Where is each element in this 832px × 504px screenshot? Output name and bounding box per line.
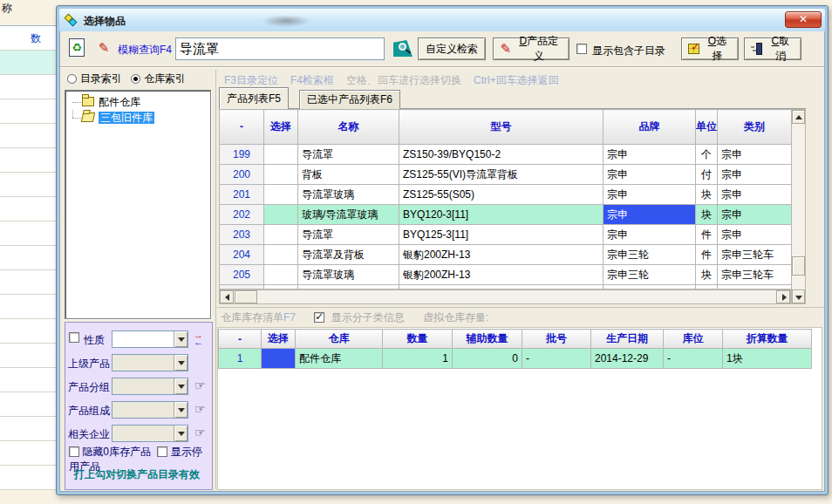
row-number[interactable]: 200 [220, 165, 264, 185]
pointing-hand-icon[interactable]: ☞ [194, 378, 206, 392]
category-cell[interactable]: 宗申 [718, 145, 792, 165]
model-cell[interactable]: BYQ125-3[11] [399, 225, 604, 245]
select-cell[interactable] [264, 245, 298, 265]
aux-quantity-cell[interactable]: 0 [453, 349, 522, 369]
product-composition-combo[interactable] [112, 401, 188, 419]
production-date-cell[interactable]: 2014-12-29 [591, 349, 664, 369]
row-number[interactable]: 199 [220, 145, 264, 165]
name-cell[interactable]: 导流罩玻璃 [298, 185, 399, 205]
row-number[interactable]: 201 [220, 185, 264, 205]
related-company-combo[interactable] [112, 425, 188, 442]
unit-cell[interactable]: 件 [696, 225, 718, 245]
vertical-scroll-thumb[interactable] [792, 256, 805, 276]
batch-cell[interactable]: - [522, 349, 591, 369]
chevron-down-icon[interactable] [174, 402, 188, 418]
horizontal-scroll-thumb[interactable] [235, 290, 257, 303]
show-subclass-checkbox[interactable] [314, 312, 324, 323]
model-cell[interactable]: 银豹200ZH-13 [399, 245, 604, 265]
name-cell[interactable]: 导流罩玻璃 [298, 265, 399, 285]
unit-cell[interactable]: 件 [696, 245, 718, 265]
catalog-index-radio[interactable] [67, 74, 77, 84]
row-number[interactable]: 203 [220, 225, 264, 245]
row-number[interactable]: 1 [219, 349, 262, 369]
category-cell[interactable]: 宗申 [718, 205, 792, 225]
tree-item-parts-warehouse[interactable]: 配件仓库 [67, 94, 208, 110]
vertical-scrollbar[interactable] [791, 109, 806, 304]
section-splitter[interactable] [217, 307, 824, 309]
row-number[interactable]: 204 [220, 245, 264, 265]
search-input[interactable] [175, 37, 385, 60]
name-cell[interactable]: 导流罩及背板 [298, 245, 399, 265]
select-cell[interactable] [264, 265, 298, 285]
select-cell[interactable] [264, 225, 298, 245]
select-cell[interactable] [264, 185, 298, 205]
select-cell-focused[interactable] [262, 349, 296, 369]
category-cell[interactable]: 宗申 [718, 185, 792, 205]
nature-combo[interactable] [112, 330, 188, 348]
scroll-left-icon[interactable] [220, 290, 234, 303]
quantity-cell[interactable]: 1 [383, 349, 453, 369]
title-bar[interactable]: 选择物品 ✕ [59, 9, 825, 31]
category-cell[interactable]: 宗申三轮车 [718, 245, 792, 265]
tree-item-three-pack-warehouse[interactable]: 三包旧件库 [67, 110, 208, 126]
converted-quantity-cell[interactable]: 1块 [723, 349, 812, 369]
model-cell[interactable]: ZS125-55(VI)导流罩背板 [399, 165, 604, 185]
tab-selected-products[interactable]: 已选中产品列表F6 [299, 90, 400, 109]
model-cell[interactable]: BYQ120-3[11] [399, 205, 604, 225]
search-icon[interactable] [393, 40, 413, 57]
cancel-button[interactable]: C取消 [744, 37, 801, 60]
model-cell[interactable]: ZS125-55(S05) [399, 185, 604, 205]
product-group-combo[interactable] [112, 378, 188, 395]
category-cell[interactable]: 宗申三轮车 [718, 265, 792, 285]
close-button[interactable]: ✕ [785, 11, 822, 28]
name-cell[interactable]: 导流罩 [298, 145, 399, 165]
unit-cell[interactable]: 块 [696, 205, 718, 225]
tab-product-list[interactable]: 产品列表F5 [219, 87, 289, 109]
select-cell[interactable] [264, 145, 298, 165]
warehouse-index-radio[interactable] [131, 74, 140, 84]
refresh-document-icon[interactable]: ♻ [69, 38, 85, 57]
select-cell[interactable] [264, 165, 298, 185]
brand-cell[interactable]: 宗申 [604, 225, 696, 245]
show-subdirectory-checkbox[interactable] [576, 44, 587, 54]
chevron-down-icon[interactable] [174, 378, 188, 394]
show-disabled-checkbox[interactable] [157, 446, 167, 457]
product-definition-button[interactable]: ✎ D产品定义 [493, 37, 569, 60]
unit-cell[interactable]: 付 [696, 165, 718, 185]
row-number[interactable]: 202 [220, 205, 264, 225]
nature-checkbox[interactable] [69, 332, 79, 343]
chevron-down-icon[interactable] [174, 355, 188, 371]
category-cell[interactable]: 宗申 [718, 225, 792, 245]
scroll-down-icon[interactable] [792, 289, 805, 303]
category-cell[interactable]: 宗申 [718, 165, 792, 185]
name-cell[interactable]: 背板 [298, 165, 399, 185]
pointing-hand-icon[interactable]: ☞ [194, 426, 206, 439]
hide-zero-stock-checkbox[interactable] [69, 446, 79, 457]
chevron-down-icon[interactable] [174, 331, 188, 347]
brand-cell[interactable]: 宗申 [604, 185, 696, 205]
row-number[interactable]: 205 [220, 265, 264, 285]
select-cell[interactable] [264, 205, 298, 225]
parent-product-combo[interactable] [112, 354, 188, 371]
name-cell[interactable]: 玻璃/导流罩玻璃 [298, 205, 399, 225]
select-button[interactable]: O选择 [681, 37, 739, 60]
pointing-hand-icon[interactable]: ☞ [194, 402, 206, 416]
custom-search-button[interactable]: 自定义检索 [418, 37, 486, 60]
brand-cell[interactable]: 宗申 [604, 145, 696, 165]
model-cell[interactable]: 银豹200ZH-13 [399, 265, 604, 285]
brand-cell[interactable]: 宗申三轮 [604, 245, 696, 265]
location-cell[interactable]: - [664, 349, 723, 369]
unit-cell[interactable]: 个 [696, 145, 718, 165]
name-cell[interactable]: 导流罩 [298, 225, 399, 245]
scroll-up-icon[interactable] [792, 110, 805, 124]
pen-icon[interactable]: ✎ [95, 39, 113, 57]
brand-cell-focused[interactable]: 宗申 [604, 205, 696, 225]
brand-cell[interactable]: 宗申 [604, 165, 696, 185]
swap-arrows-icon[interactable]: →← [194, 331, 209, 345]
scroll-right-icon[interactable] [776, 290, 790, 303]
warehouse-cell[interactable]: 配件仓库 [296, 349, 383, 369]
chevron-down-icon[interactable] [174, 426, 188, 441]
brand-cell[interactable]: 宗申三轮 [604, 265, 696, 285]
unit-cell[interactable]: 块 [696, 265, 718, 285]
unit-cell[interactable]: 块 [696, 185, 718, 205]
